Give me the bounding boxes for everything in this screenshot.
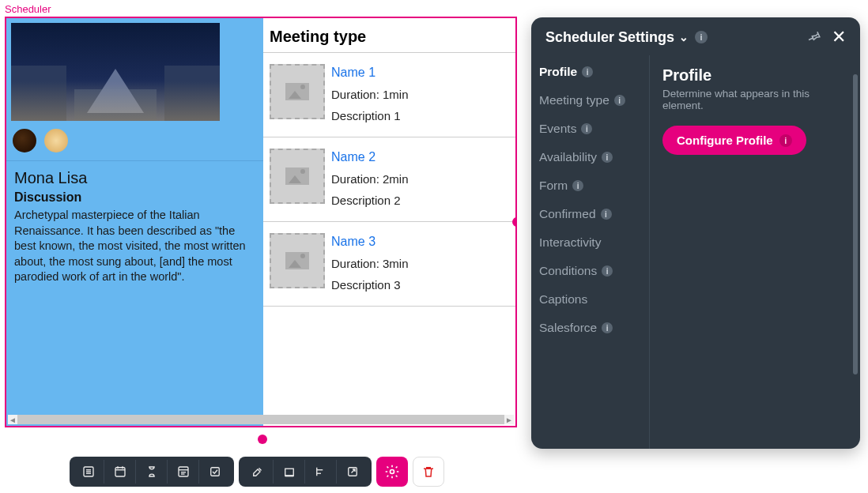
scrollbar-track[interactable] — [17, 415, 504, 424]
info-icon[interactable]: i — [602, 152, 613, 163]
meeting-item[interactable]: Name 1 Duration: 1min Description 1 — [263, 53, 515, 137]
nav-item-conditions[interactable]: Conditionsi — [539, 264, 646, 278]
align-left-icon[interactable] — [305, 460, 337, 484]
info-icon[interactable]: i — [695, 31, 708, 43]
nav-item-captions[interactable]: Captions — [539, 292, 646, 307]
info-icon[interactable]: i — [601, 209, 612, 220]
nav-item-events[interactable]: Eventsi — [539, 122, 646, 136]
info-icon[interactable]: i — [572, 180, 583, 191]
resize-handle-right[interactable] — [512, 217, 517, 227]
meeting-name[interactable]: Name 2 — [331, 150, 409, 164]
settings-title-text: Scheduler Settings — [545, 29, 674, 46]
settings-main-subtitle: Determine what appears in this element. — [662, 88, 847, 111]
nav-label: Availability — [539, 150, 597, 164]
configure-profile-button[interactable]: Configure Profile i — [662, 126, 806, 155]
calendar-icon[interactable] — [104, 460, 136, 484]
meeting-type-pane: Meeting type Name 1 Duration: 1min Descr… — [263, 18, 515, 426]
list-view-icon[interactable] — [73, 460, 104, 484]
hourglass-icon[interactable] — [136, 460, 168, 484]
meeting-list: Name 1 Duration: 1min Description 1 Name… — [263, 52, 515, 307]
meeting-duration: Duration: 1min — [331, 88, 409, 101]
nav-item-interactivity[interactable]: Interactivity — [539, 235, 646, 250]
image-placeholder-icon — [270, 233, 325, 288]
scheduler-canvas[interactable]: Mona Lisa Discussion Archetypal masterpi… — [5, 17, 517, 427]
meeting-item[interactable]: Name 3 Duration: 3min Description 3 — [263, 222, 515, 307]
nav-label: Salesforce — [539, 321, 597, 335]
avatar — [13, 129, 36, 152]
settings-title[interactable]: Scheduler Settings ⌄ — [545, 29, 689, 46]
settings-main: Profile Determine what appears in this e… — [650, 55, 860, 449]
configure-profile-label: Configure Profile — [677, 134, 773, 147]
nav-label: Confirmed — [539, 207, 596, 221]
settings-panel: Scheduler Settings ⌄ i ✕ Profilei Meetin… — [531, 17, 860, 449]
meeting-description: Description 3 — [331, 278, 409, 292]
chevron-down-icon[interactable]: ⌄ — [679, 31, 689, 43]
meeting-item[interactable]: Name 2 Duration: 2min Description 2 — [263, 137, 515, 222]
close-icon[interactable]: ✕ — [830, 28, 847, 46]
canvas-label: Scheduler — [5, 3, 520, 15]
panel-icon[interactable] — [168, 460, 199, 484]
nav-item-form[interactable]: Formi — [539, 179, 646, 193]
nav-label: Events — [539, 122, 576, 136]
nav-item-confirmed[interactable]: Confirmedi — [539, 207, 646, 221]
toolbar-group-style — [239, 457, 372, 487]
delete-button[interactable] — [413, 457, 444, 487]
nav-label: Conditions — [539, 264, 597, 278]
scroll-right-icon[interactable]: ► — [504, 415, 514, 424]
info-icon[interactable]: i — [779, 134, 792, 147]
nav-item-meeting-type[interactable]: Meeting typei — [539, 93, 646, 107]
info-icon[interactable]: i — [602, 322, 613, 333]
pin-icon[interactable] — [806, 28, 824, 46]
meeting-name[interactable]: Name 1 — [331, 66, 409, 80]
avatar — [44, 129, 68, 152]
info-icon[interactable]: i — [602, 265, 613, 277]
info-icon[interactable]: i — [614, 95, 625, 106]
image-placeholder-icon — [270, 149, 325, 204]
profile-card: Mona Lisa Discussion Archetypal masterpi… — [6, 18, 263, 426]
horizontal-scrollbar[interactable]: ◄ ► — [8, 415, 514, 424]
profile-hero-image — [11, 23, 220, 121]
meeting-duration: Duration: 3min — [331, 257, 409, 270]
open-external-icon[interactable] — [337, 460, 368, 484]
scrollbar-thumb[interactable] — [853, 74, 858, 374]
svg-rect-4 — [115, 468, 125, 476]
svg-rect-8 — [179, 467, 188, 476]
meeting-description: Description 2 — [331, 194, 409, 207]
nav-item-availability[interactable]: Availabilityi — [539, 150, 646, 164]
meeting-name[interactable]: Name 3 — [331, 235, 409, 249]
settings-scrollbar[interactable] — [853, 74, 858, 438]
info-icon[interactable]: i — [581, 123, 592, 134]
meeting-type-header: Meeting type — [263, 28, 515, 52]
checkbox-icon[interactable] — [199, 460, 231, 484]
nav-label: Meeting type — [539, 93, 609, 107]
image-placeholder-icon — [270, 64, 325, 119]
svg-point-19 — [391, 470, 394, 474]
nav-label: Profile — [539, 65, 577, 79]
scroll-left-icon[interactable]: ◄ — [8, 415, 17, 424]
meeting-description: Description 1 — [331, 109, 409, 122]
profile-subtitle: Discussion — [14, 190, 255, 205]
paint-icon[interactable] — [242, 460, 274, 484]
svg-rect-12 — [211, 468, 220, 476]
nav-item-salesforce[interactable]: Salesforcei — [539, 321, 646, 335]
profile-description: Archetypal masterpiece of the Italian Re… — [14, 208, 255, 285]
toolbar-group-views — [70, 457, 234, 487]
settings-gear-button[interactable] — [376, 457, 408, 487]
nav-label: Form — [539, 179, 568, 193]
settings-nav: Profilei Meeting typei Eventsi Availabil… — [531, 55, 650, 449]
meeting-duration: Duration: 2min — [331, 172, 409, 186]
info-icon[interactable]: i — [582, 66, 593, 77]
element-toolbar — [70, 457, 444, 487]
nav-item-profile[interactable]: Profilei — [539, 65, 646, 79]
nav-label: Interactivity — [539, 235, 601, 250]
resize-handle-bottom[interactable] — [258, 435, 267, 444]
svg-rect-13 — [285, 469, 293, 476]
nav-label: Captions — [539, 292, 587, 307]
frame-icon[interactable] — [274, 460, 305, 484]
profile-title: Mona Lisa — [14, 169, 255, 187]
settings-main-title: Profile — [662, 66, 847, 85]
